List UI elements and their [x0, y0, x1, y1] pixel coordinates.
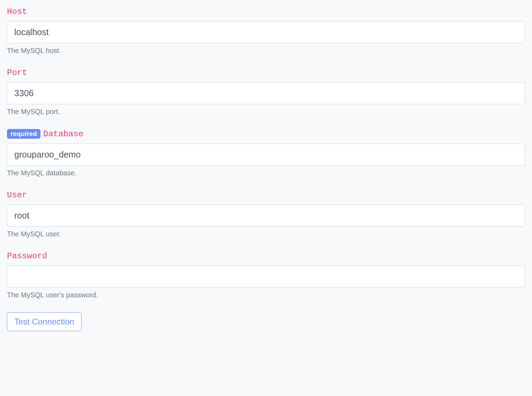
- host-input[interactable]: [7, 21, 525, 43]
- port-label-row: Port: [7, 68, 525, 77]
- connection-form: Host The MySQL host. Port The MySQL port…: [7, 7, 525, 331]
- database-label-row: required Database: [7, 129, 525, 139]
- port-label: Port: [7, 68, 27, 77]
- host-help: The MySQL host.: [7, 47, 525, 55]
- password-label-row: Password: [7, 251, 525, 261]
- user-label-row: User: [7, 190, 525, 200]
- user-group: User The MySQL user.: [7, 190, 525, 238]
- password-help: The MySQL user's password.: [7, 291, 525, 299]
- user-input[interactable]: [7, 205, 525, 227]
- host-label-row: Host: [7, 7, 525, 16]
- user-label: User: [7, 190, 27, 200]
- host-label: Host: [7, 7, 27, 16]
- password-label: Password: [7, 251, 47, 261]
- database-label: Database: [43, 129, 83, 139]
- password-group: Password The MySQL user's password.: [7, 251, 525, 299]
- database-input[interactable]: [7, 144, 525, 166]
- user-help: The MySQL user.: [7, 230, 525, 238]
- database-help: The MySQL database.: [7, 169, 525, 177]
- host-group: Host The MySQL host.: [7, 7, 525, 55]
- port-group: Port The MySQL port.: [7, 68, 525, 116]
- test-connection-button[interactable]: Test Connection: [7, 312, 82, 331]
- port-input[interactable]: [7, 82, 525, 104]
- port-help: The MySQL port.: [7, 108, 525, 116]
- database-group: required Database The MySQL database.: [7, 129, 525, 177]
- password-input[interactable]: [7, 266, 525, 288]
- required-badge: required: [7, 129, 40, 139]
